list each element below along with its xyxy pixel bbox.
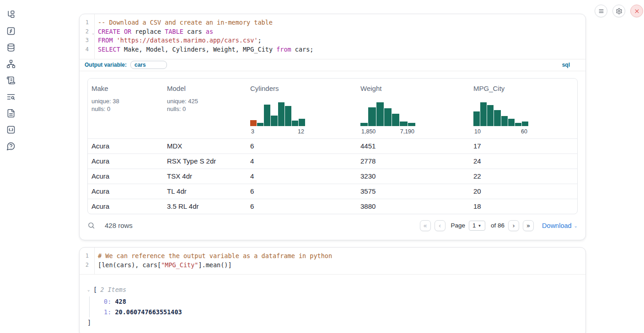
code-text: -- Download a CSV and create an in-memor… xyxy=(94,18,273,27)
page-select[interactable]: 1▾ xyxy=(469,221,485,231)
histogram-bar[interactable] xyxy=(360,123,368,126)
histogram-bar[interactable] xyxy=(400,122,407,126)
histogram-axis-labels: 1,8507,190 xyxy=(360,128,415,135)
histogram-bar[interactable] xyxy=(487,105,494,126)
file-tree-icon xyxy=(6,10,16,19)
histogram-bar[interactable] xyxy=(480,102,487,126)
histogram-bar[interactable] xyxy=(515,123,521,126)
first-page-button[interactable]: « xyxy=(420,220,431,231)
histogram-bar[interactable] xyxy=(285,106,291,126)
histogram-bar[interactable] xyxy=(368,107,376,126)
table-cell: 3880 xyxy=(357,199,470,214)
table-row: AcuraTL 4dr6357520 xyxy=(88,184,577,199)
sidebar-item-snippets[interactable] xyxy=(6,125,16,134)
settings-button[interactable] xyxy=(612,5,625,17)
histogram-bar[interactable] xyxy=(299,119,305,126)
next-page-button[interactable]: › xyxy=(508,220,519,231)
page-select-value: 1 xyxy=(472,222,476,229)
list-search-icon xyxy=(6,92,16,101)
download-label: Download xyxy=(542,222,572,229)
column-header-weight[interactable]: Weight1,8507,190 xyxy=(357,79,470,138)
column-stats: unique: 425nulls: 0 xyxy=(167,97,243,113)
column-header-make[interactable]: Makeunique: 38nulls: 0 xyxy=(88,79,163,138)
column-header-model[interactable]: Modelunique: 425nulls: 0 xyxy=(163,79,247,138)
sidebar-item-file-tree[interactable] xyxy=(6,10,16,19)
page-label: Page xyxy=(451,222,466,229)
line-number: 3 xyxy=(80,36,94,45)
column-label: Make xyxy=(91,85,160,92)
histogram-weight[interactable] xyxy=(360,102,415,126)
last-page-button[interactable]: » xyxy=(523,220,534,231)
download-button[interactable]: Download ⌄ xyxy=(542,222,578,229)
histogram-bar[interactable] xyxy=(292,121,298,126)
dependency-graph-icon xyxy=(6,59,16,69)
column-header-cylinders[interactable]: Cylinders312 xyxy=(247,79,357,138)
histogram-bar[interactable] xyxy=(508,119,515,126)
table-cell: 2778 xyxy=(357,154,470,169)
table-cell: 6 xyxy=(247,139,357,153)
close-button[interactable] xyxy=(630,5,643,17)
histogram-cylinders[interactable] xyxy=(250,102,305,126)
code-text: CREATE OR replace TABLE cars as xyxy=(94,27,213,37)
histogram-bar[interactable] xyxy=(408,123,415,126)
histogram-bar[interactable] xyxy=(278,102,284,126)
page-total-label: of 86 xyxy=(491,222,504,229)
help-circle-icon xyxy=(6,142,16,151)
output-variable-label: Output variable: xyxy=(85,62,127,68)
line-number: 2⌄ xyxy=(80,27,94,37)
sidebar-item-help-circle[interactable] xyxy=(6,142,16,151)
chevron-down-icon: ▾ xyxy=(478,223,481,228)
table-cell: 3.5 RL 4dr xyxy=(163,199,247,214)
table-cell: RSX Type S 2dr xyxy=(163,154,247,169)
first-page-icon: « xyxy=(423,222,427,229)
code-line: 4SELECT Make, Model, Cylinders, Weight, … xyxy=(80,45,585,54)
sidebar-item-dependency-graph[interactable] xyxy=(6,59,16,69)
table-cell: MDX xyxy=(163,139,247,153)
histogram-bar[interactable] xyxy=(376,102,384,126)
python-cell: 1# We can reference the output variable … xyxy=(79,247,586,333)
histogram-bar[interactable] xyxy=(392,114,399,126)
code-line: 3FROM 'https://datasets.marimo.app/cars.… xyxy=(80,36,585,45)
code-line: 2⌄CREATE OR replace TABLE cars as xyxy=(80,27,585,37)
output-tree-head: ⌄ [ 2 Items xyxy=(87,286,585,293)
table-body: AcuraMDX6445117AcuraRSX Type S 2dr427782… xyxy=(88,138,577,214)
prev-page-button[interactable]: ‹ xyxy=(435,220,445,231)
histogram-mpg-city[interactable] xyxy=(473,102,528,126)
language-badge: sql xyxy=(562,62,570,68)
histogram-bar[interactable] xyxy=(257,123,263,126)
collapse-chevron-icon[interactable]: ⌄ xyxy=(87,287,92,292)
menu-button[interactable] xyxy=(595,5,607,17)
items-count-label: 2 Items xyxy=(100,286,126,293)
item-index: 0: xyxy=(104,298,115,305)
column-label: Cylinders xyxy=(250,85,353,92)
sql-code-editor[interactable]: 1-- Download a CSV and create an in-memo… xyxy=(80,14,585,59)
table-row: AcuraTSX 4dr4323022 xyxy=(88,169,577,184)
scroll-icon xyxy=(6,76,16,85)
search-icon[interactable] xyxy=(87,222,96,230)
column-header-mpg-city[interactable]: MPG_City1060 xyxy=(470,79,577,138)
python-output: ⌄ [ 2 Items 0: 4281: 20.060747663551403 … xyxy=(80,274,585,333)
histogram-bar[interactable] xyxy=(473,111,480,126)
table-cell: Acura xyxy=(88,169,163,184)
column-label: MPG_City xyxy=(473,85,574,92)
histogram-bar[interactable] xyxy=(264,105,270,126)
histogram-bar[interactable] xyxy=(501,116,508,126)
histogram-bar[interactable] xyxy=(522,122,528,126)
sidebar-item-database[interactable] xyxy=(6,43,16,52)
pagination: «‹Page1▾of 86›» xyxy=(420,220,534,231)
sidebar-item-list-search[interactable] xyxy=(6,92,16,101)
histogram-bar[interactable] xyxy=(384,108,392,126)
histogram-bar[interactable] xyxy=(494,110,500,126)
table-cell: 24 xyxy=(470,154,577,169)
sidebar-item-scroll[interactable] xyxy=(6,76,16,85)
python-code-editor[interactable]: 1# We can reference the output variable … xyxy=(80,248,585,274)
code-line: 1# We can reference the output variable … xyxy=(80,252,585,261)
sidebar-item-function-square[interactable] xyxy=(6,26,16,36)
table-cell: Acura xyxy=(88,184,163,199)
output-variable-input[interactable] xyxy=(130,61,167,69)
database-icon xyxy=(6,43,16,52)
sidebar-item-file-text[interactable] xyxy=(6,109,16,118)
histogram-bar[interactable] xyxy=(250,120,257,126)
table-cell: 20 xyxy=(470,184,577,199)
histogram-bar[interactable] xyxy=(271,116,277,126)
